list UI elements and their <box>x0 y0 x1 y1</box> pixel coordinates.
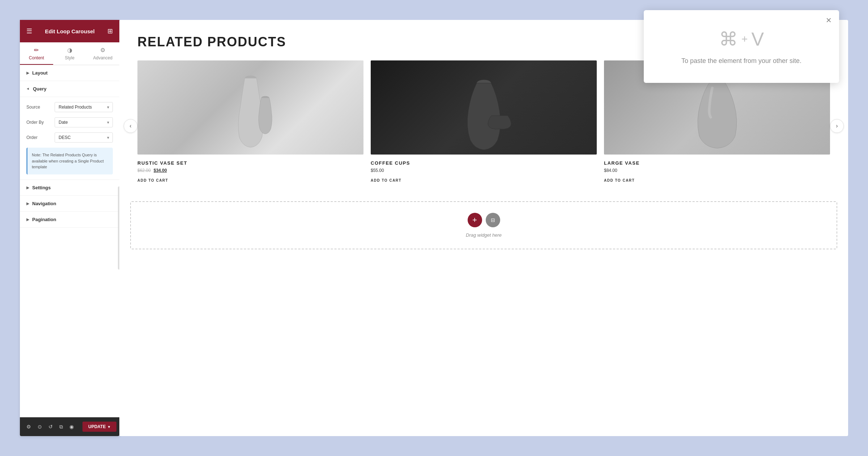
navigation-label: Navigation <box>32 201 56 206</box>
style-tab-label: Style <box>65 55 75 60</box>
query-arrow: ▼ <box>26 87 30 91</box>
pagination-label: Pagination <box>32 217 56 222</box>
paste-shortcut: ⌘ + V <box>719 28 764 50</box>
order-by-select-wrap: Date Name Price Random ▼ <box>55 117 113 127</box>
settings-arrow: ▶ <box>26 186 29 190</box>
update-button-label: UPDATE <box>88 424 106 429</box>
advanced-tab-icon: ⚙ <box>100 47 105 54</box>
section-pagination[interactable]: ▶ Pagination <box>20 212 119 228</box>
advanced-tab-label: Advanced <box>93 55 112 60</box>
carousel-prev-icon: ‹ <box>129 123 131 129</box>
paste-description: To paste the element from your other sit… <box>681 57 801 65</box>
update-button[interactable]: UPDATE ▼ <box>82 422 116 432</box>
carousel-next-icon: › <box>836 123 838 129</box>
query-note: Note: The Related Products Query is avai… <box>26 148 113 174</box>
paste-modal-close-button[interactable]: ✕ <box>826 16 832 25</box>
tab-content[interactable]: ✏ Content <box>20 42 53 65</box>
product-name-coffee-cups: COFFEE CUPS <box>371 160 597 166</box>
drop-zone: + ⊟ Drag widget here <box>130 201 837 249</box>
order-by-select[interactable]: Date Name Price Random <box>55 117 113 127</box>
price-sale-rustic-vase: $34.00 <box>154 168 167 173</box>
add-widget-button[interactable]: + <box>468 213 482 227</box>
query-note-text: Note: The Related Products Query is avai… <box>32 153 104 169</box>
drop-zone-text: Drag widget here <box>466 232 502 238</box>
preview-toolbar-icon[interactable]: ◉ <box>68 422 75 431</box>
pagination-arrow: ▶ <box>26 218 29 221</box>
order-row: Order DESC ASC ▼ <box>26 132 113 143</box>
style-tab-icon: ◑ <box>67 47 72 54</box>
update-button-arrow: ▼ <box>107 425 111 429</box>
product-image-rustic-vase <box>137 60 363 155</box>
price-original-rustic-vase: $62.00 <box>137 168 151 173</box>
order-by-row: Order By Date Name Price Random ▼ <box>26 117 113 127</box>
source-select[interactable]: Related Products All Products Featured P… <box>55 102 113 112</box>
sidebar-tabs: ✏ Content ◑ Style ⚙ Advanced <box>20 42 119 65</box>
source-select-wrap: Related Products All Products Featured P… <box>55 102 113 112</box>
settings-label: Settings <box>32 185 51 190</box>
hamburger-icon[interactable]: ☰ <box>26 27 32 35</box>
product-name-rustic-vase: RUSTIC VASE SET <box>137 160 363 166</box>
v-symbol: V <box>751 28 764 50</box>
cmd-symbol: ⌘ <box>719 28 738 50</box>
settings-toolbar-icon[interactable]: ⚙ <box>25 422 33 431</box>
tab-advanced[interactable]: ⚙ Advanced <box>86 42 119 65</box>
query-body: Source Related Products All Products Fea… <box>20 97 119 180</box>
sidebar-header: ☰ Edit Loop Carousel ⊞ <box>20 20 119 42</box>
price-coffee-cups: $55.00 <box>371 168 384 173</box>
tab-style[interactable]: ◑ Style <box>53 42 86 65</box>
query-label: Query <box>33 86 47 92</box>
product-image-coffee-cups <box>371 60 597 155</box>
add-to-cart-rustic-vase[interactable]: ADD TO CART <box>137 178 168 182</box>
section-query[interactable]: ▼ Query <box>20 81 119 97</box>
source-row: Source Related Products All Products Fea… <box>26 102 113 112</box>
sidebar: ☰ Edit Loop Carousel ⊞ ✏ Content ◑ Style… <box>20 20 119 436</box>
paste-modal: ✕ ⌘ + V To paste the element from your o… <box>644 10 839 83</box>
content-tab-label: Content <box>29 55 44 60</box>
responsive-toolbar-icon[interactable]: ⊙ <box>36 422 43 431</box>
drop-zone-icons: + ⊟ <box>468 213 500 227</box>
vase-illustration-2 <box>393 65 574 150</box>
price-row-coffee-cups: $55.00 <box>371 168 597 173</box>
section-settings[interactable]: ▶ Settings <box>20 180 119 196</box>
source-label: Source <box>26 105 52 110</box>
carousel-next-button[interactable]: › <box>830 119 844 133</box>
grid-icon[interactable]: ⊞ <box>107 27 113 35</box>
layout-arrow: ▶ <box>26 71 29 75</box>
content-tab-icon: ✏ <box>34 47 39 54</box>
layout-label: Layout <box>32 70 48 76</box>
vase-illustration-1 <box>160 65 341 150</box>
section-navigation[interactable]: ▶ Navigation <box>20 196 119 212</box>
sidebar-title: Edit Loop Carousel <box>45 28 95 34</box>
order-select-wrap: DESC ASC ▼ <box>55 132 113 143</box>
product-item-coffee-cups: COFFEE CUPS $55.00 ADD TO CART <box>371 60 597 183</box>
order-label: Order <box>26 135 52 140</box>
order-by-label: Order By <box>26 120 52 125</box>
price-row-large-vase: $84.00 <box>604 168 830 173</box>
product-name-large-vase: LARGE VASE <box>604 160 830 166</box>
copy-toolbar-icon[interactable]: ⧉ <box>58 422 64 431</box>
price-row-rustic-vase: $62.00 $34.00 <box>137 168 363 173</box>
undo-toolbar-icon[interactable]: ↺ <box>47 422 54 431</box>
navigation-arrow: ▶ <box>26 202 29 206</box>
add-to-cart-coffee-cups[interactable]: ADD TO CART <box>371 178 401 182</box>
sidebar-content: ▶ Layout ▼ Query Source Related Products… <box>20 65 119 418</box>
plus-symbol: + <box>741 33 748 45</box>
product-item-rustic-vase: RUSTIC VASE SET $62.00 $34.00 ADD TO CAR… <box>137 60 363 183</box>
price-large-vase: $84.00 <box>604 168 617 173</box>
bottom-toolbar: ⚙ ⊙ ↺ ⧉ ◉ UPDATE ▼ <box>20 417 119 436</box>
section-layout[interactable]: ▶ Layout <box>20 65 119 81</box>
add-to-cart-large-vase[interactable]: ADD TO CART <box>604 178 635 182</box>
carousel-prev-button[interactable]: ‹ <box>124 119 137 133</box>
order-select[interactable]: DESC ASC <box>55 132 113 143</box>
widget-library-button[interactable]: ⊟ <box>486 213 500 227</box>
